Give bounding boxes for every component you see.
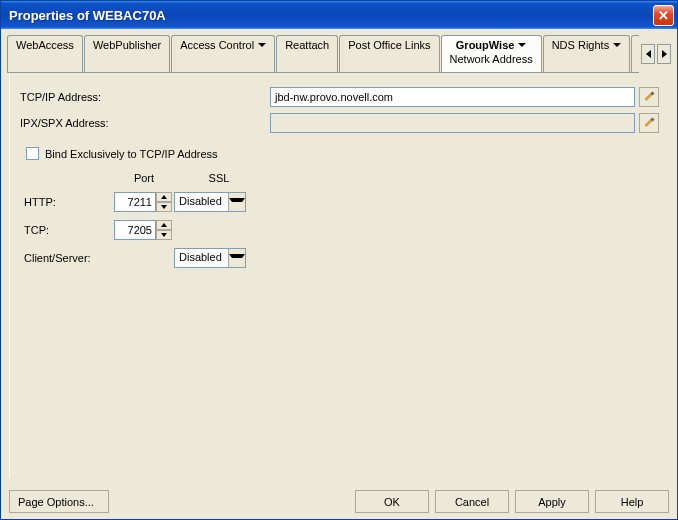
ipxspx-address-label: IPX/SPX Address: [20,117,270,129]
tab-strip: WebAccess WebPublisher Access Control Re… [1,29,677,73]
window-title: Properties of WEBAC70A [9,8,166,23]
tab-overflow[interactable]: O [631,35,639,72]
spin-up-button[interactable] [156,220,172,230]
titlebar: Properties of WEBAC70A ✕ [1,1,677,29]
spin-up-button[interactable] [156,192,172,202]
chevron-down-icon [229,198,245,206]
triangle-down-icon [161,205,167,209]
dialog-footer: Page Options... OK Cancel Apply Help [1,484,677,519]
tab-nds-rights[interactable]: NDS Rights [543,35,630,72]
chevron-down-icon [613,43,621,47]
apply-button[interactable]: Apply [515,490,589,513]
spin-down-button[interactable] [156,230,172,240]
http-port-spinner[interactable] [114,192,174,212]
combo-button[interactable] [228,249,245,267]
tab-reattach[interactable]: Reattach [276,35,338,72]
chevron-down-icon [258,43,266,47]
tab-webpublisher[interactable]: WebPublisher [84,35,170,72]
triangle-up-icon [161,223,167,227]
triangle-left-icon [646,50,651,58]
tab-scroll-left[interactable] [641,44,655,64]
tab-groupwise[interactable]: GroupWise Network Address [441,35,542,73]
pencil-icon [643,91,655,103]
ssl-header: SSL [174,172,264,184]
tcpip-address-field[interactable]: jbd-nw.provo.novell.com [270,87,635,107]
bind-exclusive-label: Bind Exclusively to TCP/IP Address [45,148,218,160]
spin-down-button[interactable] [156,202,172,212]
tab-webaccess[interactable]: WebAccess [7,35,83,72]
tcp-port-spinner[interactable] [114,220,174,240]
page-options-button[interactable]: Page Options... [9,490,109,513]
chevron-down-icon [229,254,245,262]
tcpip-address-label: TCP/IP Address: [20,91,270,103]
http-port-input[interactable] [114,192,156,212]
help-button[interactable]: Help [595,490,669,513]
combo-button[interactable] [228,193,245,211]
bind-exclusive-checkbox[interactable] [26,147,39,160]
client-server-ssl-combo[interactable]: Disabled [174,248,246,268]
triangle-up-icon [161,195,167,199]
tab-access-control[interactable]: Access Control [171,35,275,72]
http-ssl-combo[interactable]: Disabled [174,192,246,212]
close-icon: ✕ [658,8,669,23]
tab-scroll-nav [641,44,671,64]
tab-groupwise-subpage: Network Address [450,53,533,65]
triangle-right-icon [662,50,667,58]
port-header: Port [114,172,174,184]
tabbar: WebAccess WebPublisher Access Control Re… [7,35,639,73]
tab-panel-network-address: TCP/IP Address: jbd-nw.provo.novell.com … [9,73,669,478]
cancel-button[interactable]: Cancel [435,490,509,513]
tab-scroll-right[interactable] [657,44,671,64]
tab-post-office-links[interactable]: Post Office Links [339,35,439,72]
client-server-label: Client/Server: [24,252,114,264]
ok-button[interactable]: OK [355,490,429,513]
close-button[interactable]: ✕ [653,5,674,26]
ipxspx-edit-button[interactable] [639,113,659,133]
properties-window: Properties of WEBAC70A ✕ WebAccess WebPu… [0,0,678,520]
http-label: HTTP: [24,196,114,208]
tcp-port-input[interactable] [114,220,156,240]
pencil-icon [643,117,655,129]
triangle-down-icon [161,233,167,237]
chevron-down-icon [518,43,526,47]
port-ssl-grid: Port SSL HTTP: Disabled TCP: [24,172,659,268]
ipxspx-address-field[interactable] [270,113,635,133]
tcp-label: TCP: [24,224,114,236]
tcpip-edit-button[interactable] [639,87,659,107]
